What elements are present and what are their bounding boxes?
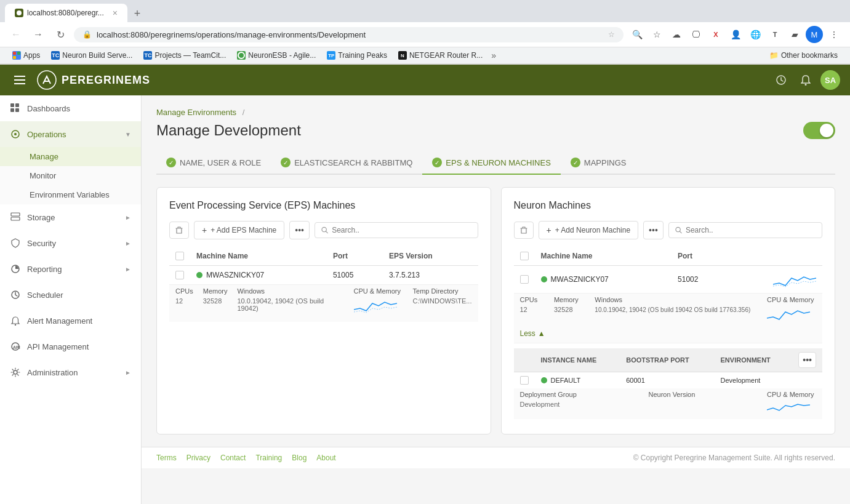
eps-cpu-chart	[354, 297, 403, 316]
sidebar-item-manage[interactable]: Manage	[0, 147, 141, 166]
bookmark-training-peaks[interactable]: TP Training Peaks	[322, 49, 392, 62]
sidebar-api-label: API Management	[27, 342, 89, 351]
instance-checkbox[interactable]	[520, 376, 529, 385]
sidebar-item-scheduler[interactable]: Scheduler	[0, 282, 141, 308]
svg-rect-13	[15, 103, 19, 107]
sidebar-item-monitor[interactable]: Monitor	[0, 166, 141, 185]
i-depgroup-val: Development	[520, 401, 636, 414]
ext3-btn[interactable]: 🌐	[747, 26, 764, 43]
neuron-select-all-checkbox[interactable]	[520, 252, 529, 260]
breadcrumb-parent-link[interactable]: Manage Environments	[156, 108, 236, 117]
eps-windows-label: Windows	[237, 287, 343, 295]
environment-toggle[interactable]	[803, 122, 835, 139]
sidebar-item-alert-management[interactable]: Alert Management	[0, 308, 141, 334]
sidebar-item-api-management[interactable]: API API Management	[0, 334, 141, 359]
bookmark-apps[interactable]: Apps	[7, 49, 45, 62]
neuron-row1-checkbox[interactable]	[520, 275, 529, 284]
footer-about[interactable]: About	[316, 454, 335, 462]
tab-name-user-role[interactable]: ✓ NAME, USER & ROLE	[156, 151, 271, 175]
history-icon[interactable]	[771, 70, 791, 90]
neuron-delete-btn[interactable]	[514, 222, 534, 239]
eps-search-input[interactable]	[332, 226, 471, 234]
eps-search-icon	[321, 226, 328, 234]
search-browser-btn[interactable]: 🔍	[628, 26, 646, 43]
forward-btn[interactable]: →	[30, 26, 47, 43]
footer-copyright: © Copyright Peregrine Management Suite. …	[633, 454, 835, 462]
eps-select-all-checkbox[interactable]	[175, 252, 184, 260]
notification-icon[interactable]	[796, 70, 816, 90]
instance-more-options-btn[interactable]: •••	[798, 352, 816, 368]
tab-mappings-label: MAPPINGS	[584, 158, 627, 167]
bookmark-teamcity[interactable]: TC Projects — TeamCit...	[138, 49, 231, 62]
eps-add-btn[interactable]: + + Add EPS Machine	[194, 221, 284, 239]
scheduler-icon	[10, 289, 21, 300]
eps-memory-value: 32528	[203, 297, 228, 305]
ext1-btn[interactable]: X	[707, 26, 724, 43]
eps-machine-name-cell: MWASZNICKY07	[196, 271, 321, 279]
sidebar-item-storage[interactable]: Storage ►	[0, 204, 141, 230]
tab-eps-neuron[interactable]: ✓ EPS & NEURON MACHINES	[422, 151, 560, 175]
storage-chevron-icon: ►	[125, 214, 131, 221]
other-bookmarks[interactable]: 📁 Other bookmarks	[764, 49, 843, 62]
svg-point-17	[14, 133, 17, 135]
ext4-btn[interactable]: T	[766, 26, 784, 43]
address-bar[interactable]: 🔒 ☆	[74, 27, 623, 42]
footer-training[interactable]: Training	[255, 454, 282, 462]
url-input[interactable]	[97, 30, 603, 39]
footer-terms[interactable]: Terms	[156, 454, 177, 462]
hamburger-menu[interactable]	[10, 70, 30, 90]
tab-mappings[interactable]: ✓ MAPPINGS	[561, 151, 636, 175]
sidebar-storage-label: Storage	[27, 213, 55, 222]
cloud-icon-btn[interactable]: ☁	[668, 26, 685, 43]
less-toggle[interactable]: Less ▲	[520, 327, 817, 340]
bookmark-neuronesb[interactable]: NeuronESB - Agile...	[232, 49, 321, 62]
sidebar-item-security[interactable]: Security ►	[0, 230, 141, 256]
svg-rect-1	[13, 52, 16, 55]
footer-privacy[interactable]: Privacy	[186, 454, 210, 462]
extensions-btn[interactable]: ▰	[786, 26, 803, 43]
svg-point-0	[17, 10, 22, 15]
footer-blog[interactable]: Blog	[292, 454, 307, 462]
footer-contact[interactable]: Contact	[220, 454, 246, 462]
instance-detail-row: Deployment Group Neuron Version CPU & Me…	[514, 388, 823, 419]
sidebar-item-dashboards[interactable]: Dashboards	[0, 95, 141, 121]
svg-rect-4	[17, 56, 20, 59]
instances-row: INSTANCE NAME BOOTSTRAP PORT ENVIRONMENT	[514, 343, 823, 422]
bookmark-netgear-label: NETGEAR Router R...	[409, 51, 483, 60]
reload-btn[interactable]: ↻	[52, 26, 69, 43]
logo-icon	[37, 70, 57, 90]
svg-rect-14	[10, 108, 14, 112]
browser-tab-active[interactable]: localhost:8080/peregr... ×	[5, 4, 127, 22]
eps-more-btn[interactable]: •••	[289, 221, 310, 239]
sidebar-item-environment-variables[interactable]: Environment Variables	[0, 185, 141, 204]
ext2-btn[interactable]: 👤	[727, 26, 744, 43]
n-win-label: Windows	[595, 296, 757, 303]
bookmark-neuron-build[interactable]: TC Neuron Build Serve...	[46, 49, 137, 62]
eps-delete-btn[interactable]	[169, 222, 189, 239]
operations-sub-items: Manage Monitor Environment Variables	[0, 147, 141, 204]
bookmark-btn[interactable]: ☆	[648, 26, 665, 43]
neuron-search-input[interactable]	[686, 226, 816, 234]
address-star-icon[interactable]: ☆	[608, 30, 615, 39]
eps-windows-value: 10.0.19042, 19042 (OS build 19042)	[237, 297, 343, 312]
bookmark-netgear[interactable]: N NETGEAR Router R...	[393, 49, 487, 62]
more-bookmarks-btn[interactable]: »	[491, 50, 496, 60]
neuron-add-btn[interactable]: + + Add Neuron Machine	[539, 221, 639, 239]
sidebar-item-reporting[interactable]: Reporting ►	[0, 256, 141, 282]
eps-row1-checkbox[interactable]	[175, 271, 184, 279]
tab-elasticsearch[interactable]: ✓ ELASTICSEARCH & RABBITMQ	[271, 151, 422, 175]
user-avatar[interactable]: SA	[820, 70, 840, 90]
monitor-icon-btn[interactable]: 🖵	[688, 26, 705, 43]
back-btn[interactable]: ←	[7, 26, 25, 43]
tab-close-btn[interactable]: ×	[113, 8, 118, 18]
instance-col-env: ENVIRONMENT	[715, 348, 793, 372]
sidebar-item-operations[interactable]: Operations ▼	[0, 121, 141, 147]
sidebar-item-administration[interactable]: Administration ►	[0, 359, 141, 385]
eps-temp-value: C:\WINDOWS\TE...	[413, 297, 472, 305]
neuron-more-btn[interactable]: •••	[643, 221, 664, 239]
svg-rect-15	[15, 108, 19, 112]
tabs-bar: ✓ NAME, USER & ROLE ✓ ELASTICSEARCH & RA…	[156, 151, 835, 175]
browser-profile[interactable]: M	[806, 26, 823, 43]
browser-menu-btn[interactable]: ⋮	[825, 26, 843, 43]
new-tab-btn[interactable]: +	[129, 5, 146, 22]
